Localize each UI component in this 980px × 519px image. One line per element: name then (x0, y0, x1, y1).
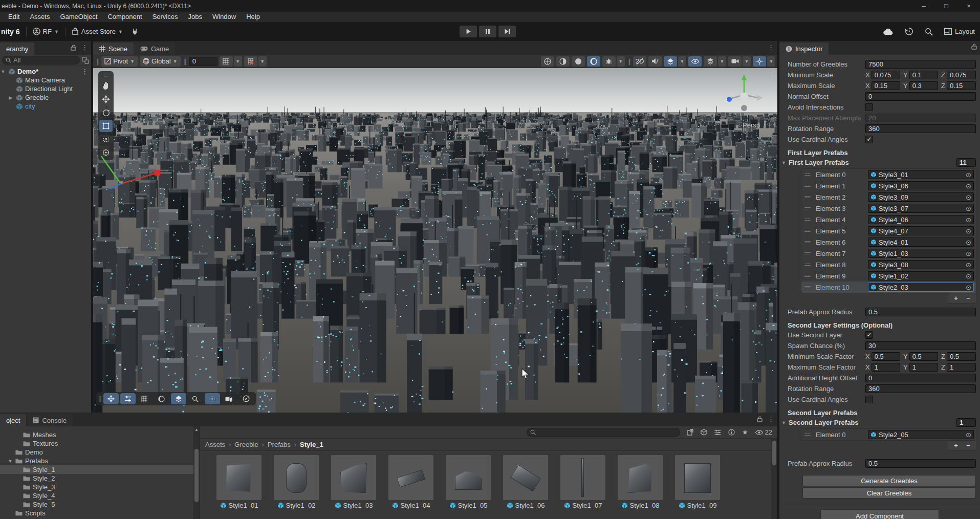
menu-item[interactable]: Services (147, 12, 183, 22)
pivot-dropdown[interactable]: Pivot▼ (101, 56, 138, 67)
object-picker-icon[interactable]: ⊙ (966, 193, 971, 201)
tab-console[interactable]: Console (27, 414, 73, 426)
drag-handle-icon[interactable]: == (804, 183, 813, 189)
add-component-button[interactable]: Add Component (820, 509, 939, 519)
breadcrumb-item[interactable]: Greeble › (234, 441, 264, 448)
filter-sliders-icon[interactable] (714, 429, 721, 436)
max-scale-x-input[interactable]: 0.15 (872, 81, 900, 90)
asset-tile[interactable]: Style1_09 (675, 455, 720, 509)
element-row[interactable]: == Element 1 Style3_06 ⊙ (801, 180, 976, 191)
min-scale-y-input[interactable]: 0.1 (909, 71, 938, 79)
number-of-greebles-input[interactable]: 7500 (865, 60, 976, 69)
hierarchy-item[interactable]: ▶ Greeble ⋮ (0, 93, 91, 102)
drag-handle-icon[interactable]: == (804, 228, 813, 234)
effects-button[interactable] (171, 393, 186, 404)
drag-handle-icon[interactable]: == (804, 239, 813, 245)
tab-hierarchy[interactable]: erarchy (0, 42, 34, 55)
prefab-object-field[interactable]: Style3_07 ⊙ (868, 204, 974, 213)
object-picker-icon[interactable]: ⊙ (966, 216, 971, 224)
avoid-intersections-checkbox[interactable] (865, 103, 873, 111)
scene-lighting-button[interactable] (587, 56, 600, 67)
folder-row[interactable]: Style_1 (0, 465, 200, 474)
prefab-object-field[interactable]: Style1_02 ⊙ (868, 271, 974, 280)
folder-row[interactable]: Meshes (0, 430, 200, 439)
folder-row[interactable]: Style_2 (0, 474, 200, 483)
drag-handle-icon[interactable]: == (804, 273, 813, 279)
info-icon[interactable] (728, 429, 735, 436)
shading-mode-button[interactable] (541, 56, 554, 67)
prefab-object-field[interactable]: Style3_08 ⊙ (868, 260, 974, 269)
first-layer-count-field[interactable]: 11 (956, 158, 976, 167)
menu-item[interactable]: Component (102, 12, 147, 22)
generate-greebles-button[interactable]: Generate Greebles (802, 475, 976, 486)
grid-snap-value-field[interactable]: 0 (189, 57, 217, 66)
drag-handle-icon[interactable]: == (804, 205, 813, 211)
asset-tile[interactable]: Style1_05 (446, 455, 491, 509)
asset-tile[interactable]: Style1_04 (388, 455, 433, 509)
cloud-icon[interactable] (883, 28, 894, 35)
menu-item[interactable]: Edit (3, 12, 25, 22)
min-scale-factor-z-input[interactable]: 0.5 (947, 352, 976, 361)
folder-row[interactable]: Style_3 (0, 483, 200, 491)
scene-viewport[interactable]: ≡ z ‹Persp ≡ (93, 68, 777, 413)
element-row[interactable]: == Element 0 Style3_01 ⊙ (801, 169, 976, 180)
use-second-layer-checkbox[interactable]: ✓ (865, 331, 873, 339)
maximize-button[interactable]: □ (935, 0, 957, 12)
asset-tile[interactable]: Style1_06 (503, 455, 548, 509)
kebab-menu-icon[interactable]: ⋮ (768, 415, 774, 423)
snap-dropdown[interactable]: ▼ (258, 56, 267, 67)
element-row[interactable]: == Element 2 Style3_09 ⊙ (801, 191, 976, 203)
folder-row[interactable]: Textures (0, 439, 200, 448)
asset-tile[interactable]: Style1_01 (216, 455, 262, 509)
move-tool-button[interactable] (99, 93, 113, 105)
drag-handle-icon[interactable]: == (804, 217, 813, 223)
prefab-object-field[interactable]: Style1_03 ⊙ (868, 249, 974, 258)
visibility-counter[interactable]: 22 (755, 428, 772, 436)
object-picker-icon[interactable]: ⊙ (966, 182, 971, 190)
menu-item[interactable]: GameObject (55, 12, 102, 22)
prefab-approx-radius-input[interactable]: 0.5 (865, 308, 976, 316)
kebab-menu-icon[interactable]: ⋮ (81, 68, 88, 75)
remove-element-button[interactable]: − (963, 294, 974, 302)
folder-row[interactable]: Scripts (0, 509, 200, 517)
breadcrumb-item[interactable]: Prefabs › (268, 441, 296, 448)
folder-row[interactable]: Style_5 (0, 500, 200, 509)
scroll-up-arrow[interactable]: ▲ (194, 427, 199, 432)
element-row[interactable]: == Element 0 Style2_05 ⊙ (801, 429, 976, 440)
lighting-button[interactable] (154, 393, 169, 404)
lock-icon[interactable] (71, 45, 76, 51)
object-picker-icon[interactable]: ⊙ (966, 205, 971, 212)
expander-arrow[interactable]: ▼ (8, 459, 13, 464)
wireframe-mode-button[interactable] (556, 56, 570, 67)
prefab-object-field[interactable]: Style3_06 ⊙ (868, 181, 974, 190)
second-layer-count-field[interactable]: 1 (956, 418, 976, 427)
prefab-object-field[interactable]: Style4_06 ⊙ (868, 215, 974, 224)
search-icon[interactable] (925, 28, 933, 36)
orientation-gizmo[interactable]: z (724, 72, 764, 119)
kebab-menu-icon[interactable]: ⋮ (81, 44, 88, 51)
additional-height-offset-input[interactable]: 0 (865, 374, 976, 382)
object-picker-icon[interactable]: ⊙ (966, 239, 971, 246)
move-overlay-button[interactable] (103, 393, 119, 404)
tab-game[interactable]: Game (134, 42, 175, 55)
asset-tile[interactable]: Style1_02 (274, 455, 319, 509)
spawn-chance-input[interactable]: 30 (865, 341, 976, 350)
object-picker-icon[interactable]: ⊙ (966, 272, 971, 280)
layers-button[interactable] (704, 56, 717, 67)
viewport-menu-icon[interactable]: ≡ (770, 70, 774, 78)
transform-overlay-button[interactable] (205, 393, 220, 404)
hierarchy-item[interactable]: Main Camera ⋮ (0, 76, 91, 84)
menu-item[interactable]: Help (241, 12, 265, 22)
lighting-toggle-button[interactable] (572, 56, 585, 67)
first-layer-foldout[interactable]: ▼ First Layer Prefabs 11 (779, 157, 980, 168)
element-row[interactable]: == Element 3 Style3_07 ⊙ (801, 203, 976, 214)
content-scrollbar[interactable] (771, 439, 777, 519)
element-row[interactable]: == Element 4 Style4_06 ⊙ (801, 214, 976, 225)
menu-item[interactable]: Jobs (183, 12, 207, 22)
debug-dropdown[interactable]: ▼ (617, 56, 625, 67)
max-scale-y-input[interactable]: 0.3 (909, 81, 938, 90)
debug-draw-button[interactable] (602, 56, 616, 67)
max-scale-factor-y-input[interactable]: 1 (909, 363, 938, 372)
minimize-button[interactable]: – (912, 0, 935, 12)
second-layer-foldout[interactable]: ▼ Second Layer Prefabs 1 (779, 417, 980, 428)
